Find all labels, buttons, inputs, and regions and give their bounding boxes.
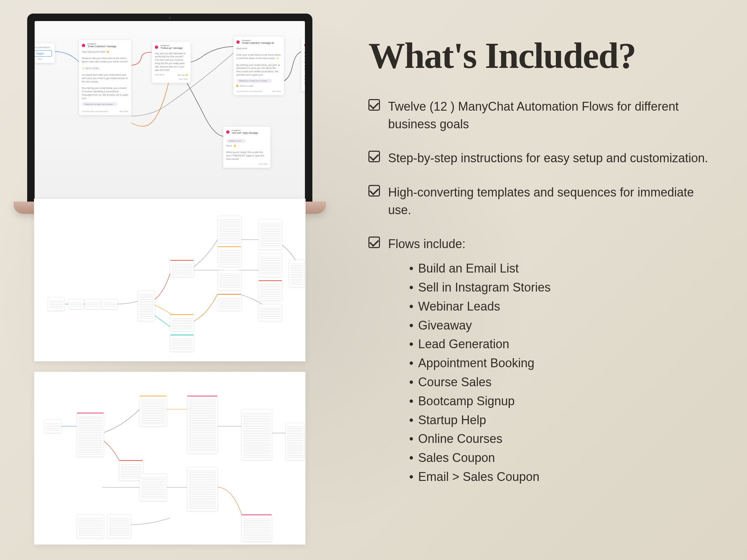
flow-name: Startup Help bbox=[409, 411, 715, 430]
flow-name: Bootcamp Signup bbox=[409, 392, 715, 411]
flow-name: Sales Coupon bbox=[409, 448, 715, 467]
flow-name: Sell in Instagram Stories bbox=[409, 278, 715, 297]
flows-sub-list: Build an Email List Sell in Instagram St… bbox=[409, 259, 715, 486]
product-mockup-area: new user Automation Trigger Then Instagr… bbox=[14, 14, 326, 546]
flow-name: Email > Sales Coupon bbox=[409, 467, 715, 486]
flow-name: Lead Generation bbox=[409, 335, 715, 354]
feature-item: Flows include: Build an Email List Sell … bbox=[368, 235, 715, 486]
flow-name: Appointment Booking bbox=[409, 354, 715, 373]
flow-trigger-node: new user Automation Trigger Then bbox=[35, 43, 55, 63]
feature-text: Flows include: bbox=[388, 237, 466, 251]
page-title: What's Included? bbox=[368, 37, 715, 74]
flow-message-node: Instagram "Email confirm… Perfect! You c… bbox=[301, 38, 305, 92]
feature-text: High-converting templates and sequences … bbox=[388, 184, 715, 219]
feature-text: Twelve (12 ) ManyChat Automation Flows f… bbox=[388, 98, 715, 133]
laptop-mockup: new user Automation Trigger Then Instagr… bbox=[14, 14, 326, 231]
checked-icon bbox=[368, 237, 380, 248]
flow-message-node: Instagram "Email Collection" message Hey… bbox=[79, 40, 131, 115]
checked-icon bbox=[368, 151, 380, 162]
feature-item: High-converting templates and sequences … bbox=[368, 184, 715, 219]
checked-icon bbox=[368, 99, 380, 111]
flow-message-node: Instagram "Not now" reply message Waitin… bbox=[223, 126, 271, 168]
flow-message-node: Instagram "Follow-up" message Hey, are y… bbox=[152, 41, 191, 83]
feature-text: Step-by-step instructions for easy setup… bbox=[388, 149, 708, 167]
flow-message-node: Instagram "Email Collection" message #2 … bbox=[233, 36, 284, 95]
flow-canvas-1: new user Automation Trigger Then Instagr… bbox=[35, 21, 305, 200]
flow-name: Giveaway bbox=[409, 316, 715, 335]
feature-item: Twelve (12 ) ManyChat Automation Flows f… bbox=[368, 98, 715, 133]
flow-name: Build an Email List bbox=[409, 259, 715, 278]
flow-canvas-3 bbox=[34, 372, 306, 545]
checked-icon bbox=[368, 185, 380, 197]
feature-item: Step-by-step instructions for easy setup… bbox=[368, 149, 715, 167]
flow-name: Online Courses bbox=[409, 429, 715, 448]
feature-list: Twelve (12 ) ManyChat Automation Flows f… bbox=[368, 98, 715, 486]
flow-canvas-2 bbox=[34, 199, 306, 361]
flow-name: Course Sales bbox=[409, 373, 715, 392]
content-column: What's Included? Twelve (12 ) ManyChat A… bbox=[368, 37, 715, 486]
flow-name: Webinar Leads bbox=[409, 297, 715, 316]
